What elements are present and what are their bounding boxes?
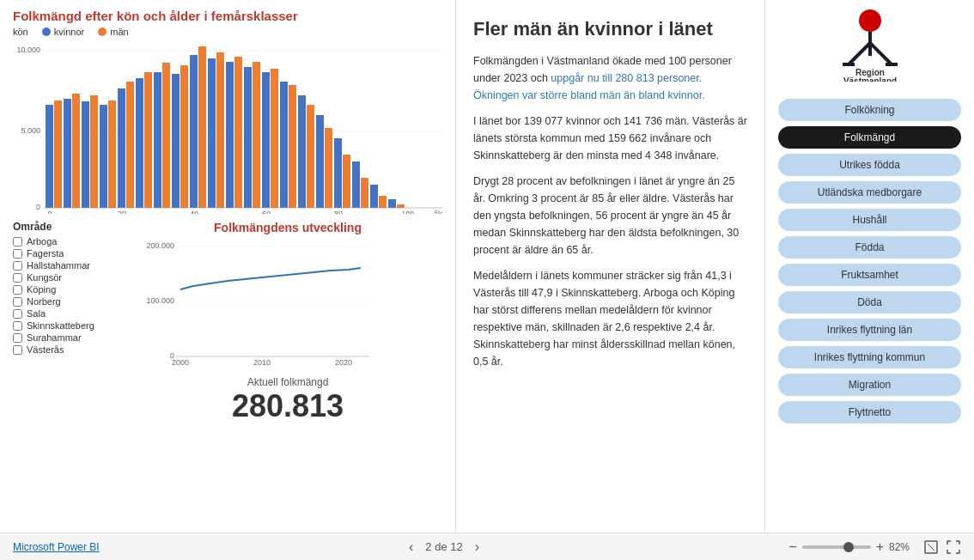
svg-text:20: 20 (118, 210, 126, 214)
svg-text:60: 60 (262, 210, 271, 214)
svg-text:200.000: 200.000 (146, 241, 174, 250)
zoom-slider[interactable] (802, 545, 871, 549)
svg-text:5.000: 5.000 (21, 126, 40, 135)
svg-text:100: 100 (401, 210, 414, 214)
omrade-item: Hallstahammar (13, 260, 125, 271)
page-separator: de (435, 540, 450, 553)
prev-page-button[interactable]: ‹ (404, 538, 418, 557)
omrade-checkbox[interactable] (13, 345, 22, 355)
omrade-checkbox[interactable] (13, 273, 22, 283)
paragraph-3: Drygt 28 procent av befolkningen i länet… (473, 173, 747, 259)
svg-rect-35 (307, 105, 314, 208)
svg-rect-27 (234, 57, 242, 208)
svg-rect-24 (208, 58, 216, 208)
svg-rect-18 (154, 72, 161, 208)
right-panel: Region Västmanland FolkökningFolkmängdUt… (764, 0, 974, 533)
omrade-checkbox[interactable] (13, 309, 22, 319)
svg-text:Västmanland: Västmanland (843, 76, 896, 82)
next-page-button[interactable]: › (470, 538, 484, 557)
omrade-label: Arboga (27, 236, 57, 247)
nav-button-hushåll[interactable]: Hushåll (778, 209, 961, 231)
omrade-item: Surahammar (13, 332, 125, 343)
zoom-control: − + 82% (788, 539, 916, 555)
zoom-minus-button[interactable]: − (788, 539, 796, 555)
nav-button-inrikes-flyttning-kommun[interactable]: Inrikes flyttning kommun (778, 346, 961, 368)
svg-text:2000: 2000 (172, 358, 189, 367)
zoom-plus-button[interactable]: + (876, 539, 884, 555)
nav-button-folkökning[interactable]: Folkökning (778, 99, 961, 121)
paragraph-4: Medelåldern i länets kommuner sträcker s… (473, 267, 747, 370)
expand-icon[interactable] (923, 539, 939, 555)
omrade-item: Fagersta (13, 248, 125, 259)
bottom-section: Område ArbogaFagerstaHallstahammarKungsö… (13, 221, 442, 424)
svg-rect-28 (244, 67, 252, 208)
svg-rect-19 (162, 63, 170, 208)
svg-text:80: 80 (334, 210, 343, 214)
line-chart-svg: 200.000 100.000 0 (133, 238, 374, 367)
line-chart-title: Folkmängdens utveckling (133, 221, 442, 234)
nav-button-fruktsamhet[interactable]: Fruktsamhet (778, 264, 961, 286)
omrade-checkbox[interactable] (13, 249, 22, 259)
omrade-checkbox[interactable] (13, 261, 22, 271)
omrade-label: Västerås (27, 344, 64, 355)
omrade-label: Norberg (27, 296, 61, 307)
svg-text:0: 0 (47, 210, 52, 214)
footer-right: − + 82% (788, 539, 961, 555)
legend-dot-kvinnor (42, 27, 51, 36)
svg-rect-21 (180, 65, 188, 208)
svg-rect-16 (136, 78, 143, 208)
nav-button-folkmängd[interactable]: Folkmängd (778, 126, 961, 149)
omrade-label: Fagersta (27, 248, 64, 259)
zoom-thumb (843, 542, 854, 552)
svg-rect-25 (216, 52, 224, 208)
aktuell-section: Aktuell folkmängd 280.813 (133, 376, 442, 424)
svg-text:ålder: ålder (434, 210, 442, 214)
powerbi-link[interactable]: Microsoft Power BI (13, 541, 100, 553)
chart-legend: kön kvinnor män (13, 27, 442, 37)
bar-chart-title: Folkmängd efter kön och ålder i femårskl… (13, 9, 442, 23)
nav-button-döda[interactable]: Döda (778, 291, 961, 313)
nav-button-migration[interactable]: Migration (778, 374, 961, 396)
svg-rect-43 (379, 196, 387, 208)
omrade-checkbox[interactable] (13, 297, 22, 307)
svg-rect-22 (190, 55, 198, 208)
middle-title: Fler män än kvinnor i länet (473, 17, 747, 42)
page-navigation: ‹ 2 de 12 › (404, 538, 484, 557)
svg-rect-10 (82, 101, 89, 208)
svg-text:10.000: 10.000 (16, 46, 40, 54)
omrade-checkbox[interactable] (13, 237, 22, 247)
omrade-item: Norberg (13, 296, 125, 307)
nav-button-inrikes-flyttning-län[interactable]: Inrikes flyttning län (778, 319, 961, 341)
omrade-label: Sala (27, 308, 46, 319)
svg-rect-13 (108, 100, 116, 208)
svg-line-73 (928, 544, 934, 551)
paragraph-2: I länet bor 139 077 kvinnor och 141 736 … (473, 113, 747, 164)
nav-button-födda[interactable]: Födda (778, 236, 961, 259)
line-chart-section: Folkmängdens utveckling 200.000 100.000 … (125, 221, 442, 424)
fullscreen-icon[interactable] (946, 539, 961, 555)
omrade-label: Köping (27, 284, 56, 295)
omrade-checkbox[interactable] (13, 333, 22, 343)
svg-rect-23 (198, 46, 206, 208)
omrade-title: Område (13, 221, 125, 233)
bar-chart-svg: 10.000 5.000 0 (13, 42, 442, 214)
nav-button-flyttnetto[interactable]: Flyttnetto (778, 401, 961, 423)
svg-text:2020: 2020 (335, 358, 352, 367)
page-total: 12 (450, 540, 462, 553)
aktuell-label: Aktuell folkmängd (133, 376, 442, 388)
svg-text:40: 40 (190, 210, 198, 214)
svg-rect-12 (100, 105, 107, 208)
omrade-checkbox[interactable] (13, 321, 22, 331)
svg-rect-32 (280, 82, 288, 208)
omrade-checkbox[interactable] (13, 285, 22, 295)
nav-button-utrikes-födda[interactable]: Utrikes födda (778, 154, 961, 176)
svg-rect-41 (361, 178, 368, 208)
legend-kvinnor: kvinnor (42, 27, 84, 37)
region-vastmanland-logo: Region Västmanland (827, 9, 913, 82)
nav-button-utländska-medborgare[interactable]: Utländska medborgare (778, 181, 961, 204)
svg-rect-31 (271, 69, 278, 208)
svg-rect-36 (316, 115, 324, 208)
nav-buttons: FolkökningFolkmängdUtrikes föddaUtländsk… (778, 99, 961, 423)
svg-text:100.000: 100.000 (146, 296, 174, 305)
svg-rect-15 (126, 82, 134, 208)
